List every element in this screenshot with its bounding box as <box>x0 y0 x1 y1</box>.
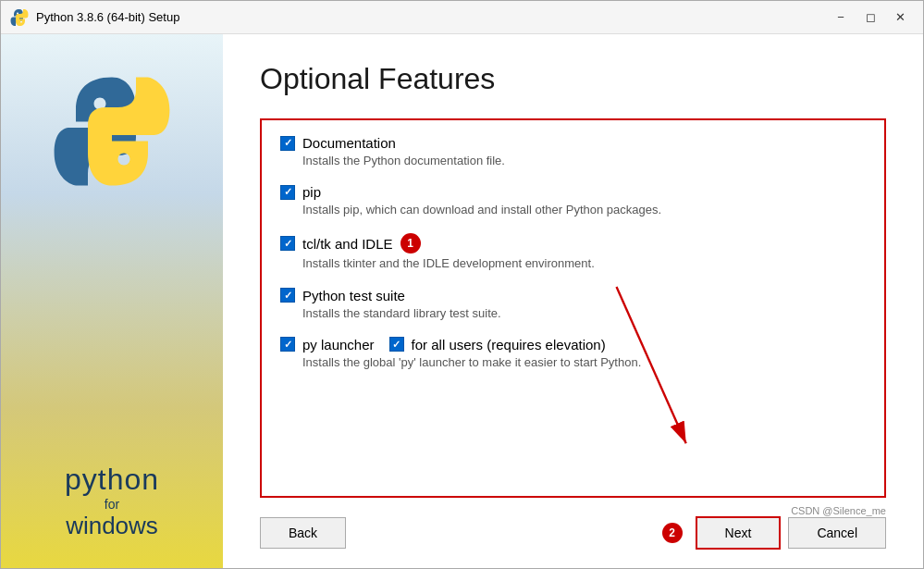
close-button[interactable]: ✕ <box>886 6 914 29</box>
test-suite-name: Python test suite <box>302 288 405 303</box>
feature-tcltk: tcl/tk and IDLE 1 Installs tkinter and t… <box>280 233 866 272</box>
setup-window: Python 3.8.6 (64-bit) Setup − ◻ ✕ python… <box>0 0 924 569</box>
restore-button[interactable]: ◻ <box>856 6 884 29</box>
next-button[interactable]: Next <box>696 516 782 550</box>
annotation-badge-1: 1 <box>400 233 421 254</box>
pylauncher-desc: Installs the global 'py' launcher to mak… <box>280 354 866 371</box>
right-buttons: 2 Next Cancel <box>662 516 886 550</box>
feature-test-suite: Python test suite Installs the standard … <box>280 288 866 322</box>
sidebar: python for windows <box>1 34 223 568</box>
main-content: python for windows Optional Features Doc… <box>1 34 923 568</box>
feature-tcltk-header: tcl/tk and IDLE 1 <box>280 233 866 254</box>
pylauncher-checkbox[interactable] <box>280 337 295 352</box>
python-logo-large <box>52 71 172 192</box>
feature-pip-header: pip <box>280 184 866 200</box>
documentation-desc: Installs the Python documentation file. <box>280 153 866 169</box>
content-wrapper: Documentation Installs the Python docume… <box>260 118 886 516</box>
test-suite-desc: Installs the standard library test suite… <box>280 305 866 322</box>
feature-pip: pip Installs pip, which can download and… <box>280 184 866 218</box>
sidebar-python-label: python <box>65 463 159 497</box>
tcltk-desc: Installs tkinter and the IDLE developmen… <box>280 255 866 272</box>
content-panel: Optional Features Documentation Installs… <box>223 34 923 568</box>
feature-documentation: Documentation Installs the Python docume… <box>280 135 866 169</box>
tcltk-name: tcl/tk and IDLE <box>302 236 393 252</box>
minimize-button[interactable]: − <box>827 6 855 29</box>
watermark: CSDN @Silence_me <box>791 505 886 516</box>
tcltk-checkbox[interactable] <box>280 236 295 251</box>
pip-checkbox[interactable] <box>280 185 295 200</box>
pylauncher-name: py launcher <box>302 337 375 353</box>
page-title: Optional Features <box>260 62 886 96</box>
documentation-checkbox[interactable] <box>280 136 295 151</box>
window-title: Python 3.8.6 (64-bit) Setup <box>36 10 827 24</box>
features-box: Documentation Installs the Python docume… <box>260 118 886 498</box>
test-suite-checkbox[interactable] <box>280 288 295 303</box>
sidebar-windows-label: windows <box>65 512 159 540</box>
cancel-button[interactable]: Cancel <box>788 517 886 549</box>
pylauncher-allusers-checkbox[interactable] <box>389 337 404 352</box>
button-row: Back 2 Next Cancel <box>260 516 886 550</box>
feature-pylauncher-header: py launcher for all users (requires elev… <box>280 337 866 353</box>
sidebar-for-label: for <box>65 497 159 512</box>
pylauncher-allusers-name: for all users (requires elevation) <box>412 337 606 353</box>
feature-test-suite-header: Python test suite <box>280 288 866 303</box>
pip-desc: Installs pip, which can download and ins… <box>280 202 866 218</box>
documentation-name: Documentation <box>302 135 396 151</box>
title-bar: Python 3.8.6 (64-bit) Setup − ◻ ✕ <box>1 1 923 34</box>
feature-pylauncher: py launcher for all users (requires elev… <box>280 337 866 371</box>
feature-documentation-header: Documentation <box>280 135 866 151</box>
pip-name: pip <box>302 184 321 200</box>
back-button[interactable]: Back <box>260 517 346 549</box>
python-icon <box>10 8 29 27</box>
annotation-badge-2: 2 <box>662 523 683 543</box>
window-controls: − ◻ ✕ <box>827 6 914 29</box>
sidebar-text: python for windows <box>65 463 159 540</box>
